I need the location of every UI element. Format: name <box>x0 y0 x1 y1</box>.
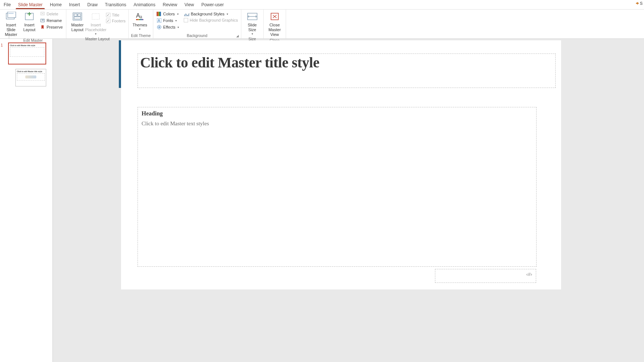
svg-rect-27 <box>159 12 160 16</box>
fonts-label: Fonts <box>163 18 173 23</box>
background-styles-label: Background Styles <box>191 12 224 16</box>
background-styles-icon <box>184 11 189 16</box>
tab-slide-master[interactable]: Slide Master <box>14 1 46 9</box>
layout-thumb-wrap: Click to edit Master title style <box>3 69 50 86</box>
insert-layout-button[interactable]: Insert Layout <box>21 10 38 33</box>
chevron-down-icon: ▾ <box>177 12 179 16</box>
effects-button[interactable]: Effects ▾ <box>155 24 180 30</box>
master-layout-button[interactable]: Master Layout <box>69 10 86 33</box>
tab-insert[interactable]: Insert <box>65 1 84 9</box>
slide-size-button[interactable]: Slide Size ▾ <box>244 10 261 37</box>
tab-draw[interactable]: Draw <box>84 1 101 9</box>
slide-canvas-area[interactable]: Click to edit Master title style Heading… <box>53 39 644 362</box>
share-label: S <box>640 1 643 5</box>
preserve-icon <box>40 25 45 30</box>
close-icon <box>269 11 281 22</box>
group-size: Slide Size ▾ Size <box>241 10 264 38</box>
tab-bar: File Slide Master Home Insert Draw Trans… <box>0 0 644 10</box>
close-master-label: Close Master View <box>267 23 283 37</box>
svg-rect-2 <box>8 13 14 14</box>
thumb-index: 1 <box>1 43 3 47</box>
share-button[interactable]: S <box>635 1 643 5</box>
colors-button[interactable]: Colors ▾ <box>155 11 180 17</box>
group-close: Close Master View Close <box>264 10 286 38</box>
fonts-icon: A <box>157 18 162 23</box>
thumb-title: Click to edit Master title style <box>17 70 45 73</box>
group-edit-master: Insert Slide Master Insert Layout Delete… <box>0 10 66 38</box>
accent-bar <box>119 40 121 88</box>
title-text[interactable]: Click to edit Master title style <box>140 54 553 71</box>
themes-button[interactable]: Aa Themes ▾ <box>131 10 149 32</box>
thumb-connector <box>9 26 9 39</box>
slide-master-canvas[interactable]: Click to edit Master title style Heading… <box>121 40 561 289</box>
tab-animations[interactable]: Animations <box>130 1 159 9</box>
page-number-placeholder[interactable]: ‹#› <box>435 269 536 283</box>
svg-rect-28 <box>160 12 161 16</box>
body-heading[interactable]: Heading <box>142 110 533 117</box>
body-text[interactable]: Click to edit Master text styles <box>142 121 533 127</box>
svg-rect-21 <box>138 19 139 20</box>
tab-review[interactable]: Review <box>159 1 181 9</box>
group-edit-theme-label: Edit Theme <box>131 33 151 38</box>
tab-home[interactable]: Home <box>46 1 65 9</box>
delete-button: Delete <box>39 11 64 17</box>
delete-label: Delete <box>47 12 58 16</box>
layout-thumbnail[interactable]: Click to edit Master title style <box>15 69 46 86</box>
group-master-layout-label: Master Layout <box>69 37 126 42</box>
slide-size-icon <box>246 11 258 22</box>
master-thumbnail[interactable]: Click to edit Master title style <box>8 43 46 64</box>
insert-slide-master-label: Insert Slide Master <box>3 23 19 37</box>
footers-checkbox: ✓ Footers <box>105 18 126 23</box>
svg-rect-24 <box>142 19 143 20</box>
svg-point-32 <box>158 26 160 28</box>
tab-file[interactable]: File <box>0 1 14 9</box>
page-number-text: ‹#› <box>526 272 532 277</box>
close-master-view-button[interactable]: Close Master View <box>266 10 283 38</box>
rename-button[interactable]: Rename <box>39 18 64 23</box>
slide-master-icon <box>5 11 17 22</box>
body-placeholder[interactable]: Heading Click to edit Master text styles <box>138 107 537 267</box>
tab-view[interactable]: View <box>181 1 198 9</box>
preserve-label: Preserve <box>47 25 63 29</box>
preserve-button[interactable]: Preserve <box>39 24 64 30</box>
master-layout-icon <box>72 11 83 22</box>
thumbnails-pane[interactable]: 1 Click to edit Master title style Click… <box>0 39 53 362</box>
insert-slide-master-button[interactable]: Insert Slide Master <box>2 10 20 38</box>
share-icon <box>635 1 639 5</box>
group-master-layout: Master Layout Insert Placeholder ▾ ✓ Tit… <box>66 10 129 38</box>
chevron-down-icon: ▾ <box>139 27 140 31</box>
checkbox-checked-icon: ✓ <box>106 19 110 23</box>
background-styles-button[interactable]: Background Styles ▾ <box>183 11 238 17</box>
checkbox-empty-icon <box>184 18 188 22</box>
group-background: Colors ▾ A Fonts ▾ Effects ▾ Background <box>153 10 241 38</box>
dialog-launcher-icon[interactable]: ◢ <box>236 34 239 38</box>
themes-label: Themes <box>132 23 147 27</box>
tab-power-user[interactable]: Power-user <box>198 1 227 9</box>
title-placeholder[interactable]: Click to edit Master title style <box>138 53 556 88</box>
rename-icon <box>40 18 45 23</box>
rename-label: Rename <box>47 18 62 23</box>
chevron-down-icon: ▾ <box>252 32 253 36</box>
delete-icon <box>40 11 45 16</box>
chevron-down-icon: ▾ <box>95 32 96 36</box>
insert-placeholder-icon <box>90 11 102 22</box>
title-checkbox-label: Title <box>112 13 119 17</box>
svg-rect-25 <box>157 12 158 16</box>
slide-size-label: Slide Size <box>244 23 260 32</box>
svg-rect-20 <box>136 19 138 20</box>
colors-label: Colors <box>163 12 175 16</box>
thumb-title: Click to edit Master title style <box>10 44 44 47</box>
master-thumb-wrap: 1 Click to edit Master title style <box>3 43 50 64</box>
hide-background-label: Hide Background Graphics <box>190 18 238 22</box>
checkbox-checked-icon: ✓ <box>106 13 110 17</box>
ribbon: Insert Slide Master Insert Layout Delete… <box>0 10 644 39</box>
fonts-button[interactable]: A Fonts ▾ <box>155 18 180 23</box>
colors-icon <box>157 11 162 16</box>
chevron-down-icon: ▾ <box>175 19 177 22</box>
group-background-label: Background◢ <box>155 33 239 38</box>
editor-area: 1 Click to edit Master title style Click… <box>0 39 644 362</box>
tab-transitions[interactable]: Transitions <box>101 1 130 9</box>
thumb-body-preview <box>17 73 45 81</box>
hide-background-checkbox: Hide Background Graphics <box>183 18 238 23</box>
effects-label: Effects <box>163 25 175 29</box>
